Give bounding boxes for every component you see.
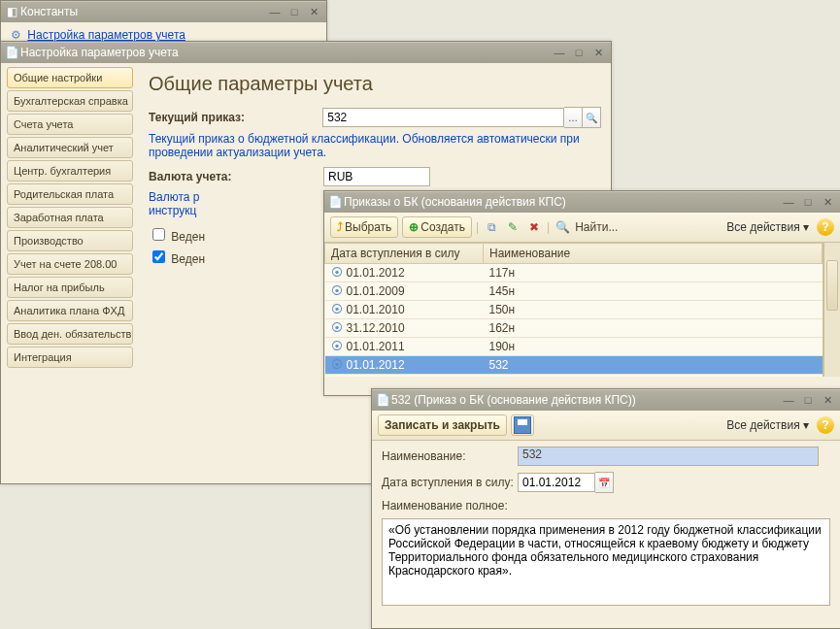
tab-integration[interactable]: Интеграция (7, 347, 133, 368)
currency-help-l1: Валюта р (149, 190, 199, 204)
tab-central[interactable]: Центр. бухгалтерия (7, 160, 133, 182)
tab-money-obl[interactable]: Ввод ден. обязательств (7, 323, 133, 345)
tab-salary[interactable]: Заработная плата (7, 207, 133, 228)
col-date[interactable]: Дата вступления в силу (325, 244, 484, 264)
help-icon[interactable]: ? (817, 416, 834, 434)
tab-accounting-ref[interactable]: Бухгалтерская справка (7, 90, 133, 112)
help-icon[interactable]: ? (817, 218, 834, 236)
row-date-cell: ⦿01.01.2012 (325, 375, 484, 378)
plus-icon: ⊕ (409, 220, 419, 234)
close-icon[interactable]: ✕ (819, 194, 836, 210)
constants-titlebar[interactable]: ◧ Константы — □ ✕ (1, 1, 326, 22)
tab-parent-fee[interactable]: Родительская плата (7, 183, 133, 205)
search-icon[interactable]: 🔍 (554, 218, 571, 236)
close-icon[interactable]: ✕ (589, 45, 607, 60)
table-row[interactable]: ⦿31.12.2010162н (325, 319, 823, 338)
row-date-cell: ⦿01.01.2009 (325, 282, 484, 301)
all-actions-label: Все действия (726, 220, 799, 234)
save-close-button[interactable]: Записать и закрыть (378, 414, 507, 436)
tab-analytical[interactable]: Аналитический учет (7, 137, 133, 158)
accounting-settings-link[interactable]: Настройка параметров учета (27, 28, 185, 42)
all-actions-menu[interactable]: Все действия ▾ (722, 416, 813, 434)
calendar-icon[interactable]: 📅 (595, 472, 614, 493)
create-button-label: Создать (420, 220, 465, 234)
delete-icon[interactable]: ✖ (525, 218, 543, 236)
tab-208[interactable]: Учет на счете 208.00 (7, 253, 133, 275)
settings-title: Настройка параметров учета (20, 46, 551, 59)
row-icon: ⦿ (331, 321, 343, 335)
row-name-cell: Проект приказа о БК на 2012 год (484, 375, 823, 378)
row-icon: ⦿ (331, 284, 343, 298)
col-name[interactable]: Наименование (484, 244, 823, 264)
orders-grid: Дата вступления в силу Наименование ⦿01.… (324, 243, 823, 377)
maximize-icon[interactable]: □ (570, 45, 588, 60)
minimize-icon[interactable]: — (780, 194, 797, 210)
row-name-cell: 117н (484, 264, 823, 282)
orders-scrollbar[interactable] (823, 243, 840, 377)
order-input[interactable] (322, 108, 564, 127)
tab-profit-tax[interactable]: Налог на прибыль (7, 277, 133, 298)
orders-title: Приказы о БК (основания действия КПС) (344, 195, 780, 209)
maximize-icon[interactable]: □ (799, 392, 817, 408)
table-row[interactable]: ⦿01.01.2012532 (325, 356, 823, 375)
maximize-icon[interactable]: □ (286, 4, 303, 19)
close-icon[interactable]: ✕ (305, 4, 322, 19)
window-icon: 📄 (328, 195, 342, 209)
currency-input[interactable] (323, 167, 430, 186)
detail-title: 532 (Приказ о БК (основание действия КПС… (391, 393, 780, 407)
row-name-cell: 532 (484, 356, 823, 375)
detail-body: Наименование: 532 Дата вступления в силу… (372, 441, 840, 614)
tab-accounts[interactable]: Счета учета (7, 114, 133, 135)
copy-icon[interactable]: ⧉ (483, 218, 500, 236)
row-name-cell: 145н (484, 282, 823, 301)
tab-general[interactable]: Общие настройки (7, 67, 133, 88)
close-icon[interactable]: ✕ (819, 392, 836, 408)
table-row[interactable]: ⦿01.01.2012117н (325, 264, 823, 282)
detail-toolbar: Записать и закрыть Все действия ▾ ? (372, 411, 840, 441)
orders-grid-area: Дата вступления в силу Наименование ⦿01.… (324, 243, 823, 377)
table-row[interactable]: ⦿01.01.2010150н (325, 301, 823, 319)
settings-tabs: Общие настройки Бухгалтерская справка Сч… (1, 63, 137, 374)
row-name-cell: 190н (484, 338, 823, 356)
create-button[interactable]: ⊕ Создать (402, 216, 472, 238)
detail-window: 📄 532 (Приказ о БК (основание действия К… (371, 388, 840, 629)
row-date-cell: ⦿31.12.2010 (325, 319, 484, 338)
name-input[interactable]: 532 (518, 447, 819, 466)
save-close-label: Записать и закрыть (385, 418, 500, 432)
row-date-cell: ⦿01.01.2010 (325, 301, 484, 319)
all-actions-label: Все действия (726, 418, 799, 432)
table-row[interactable]: ⦿01.01.2009145н (325, 282, 823, 301)
all-actions-menu[interactable]: Все действия ▾ (722, 218, 813, 236)
orders-titlebar[interactable]: 📄 Приказы о БК (основания действия КПС) … (324, 191, 840, 213)
tab-production[interactable]: Производство (7, 230, 133, 251)
row-name-cell: 150н (484, 301, 823, 319)
table-row[interactable]: ⦿01.01.2012Проект приказа о БК на 2012 г… (325, 375, 823, 378)
minimize-icon[interactable]: — (780, 392, 797, 408)
date-label: Дата вступления в силу: (382, 476, 518, 489)
orders-window: 📄 Приказы о БК (основания действия КПС) … (323, 190, 840, 396)
tab-fhd[interactable]: Аналитика плана ФХД (7, 300, 133, 321)
currency-help-l2: инструкц (149, 204, 197, 217)
find-button-label[interactable]: Найти... (575, 220, 618, 234)
window-icon: 📄 (376, 393, 389, 407)
minimize-icon[interactable]: — (551, 45, 568, 60)
maximize-icon[interactable]: □ (799, 194, 817, 210)
scrollbar-thumb[interactable] (826, 260, 838, 311)
minimize-icon[interactable]: — (266, 4, 284, 19)
order-ellipsis-button[interactable]: … (564, 107, 583, 128)
select-button[interactable]: ⤴ Выбрать (330, 216, 398, 238)
settings-heading: Общие параметры учета (149, 73, 601, 95)
detail-titlebar[interactable]: 📄 532 (Приказ о БК (основание действия К… (372, 389, 840, 411)
save-button[interactable] (511, 414, 534, 436)
fullname-memo[interactable] (382, 518, 830, 606)
date-input[interactable] (518, 473, 595, 492)
table-row[interactable]: ⦿01.01.2011190н (325, 338, 823, 356)
order-search-button[interactable]: 🔍 (583, 107, 601, 128)
chk1[interactable] (152, 228, 165, 241)
settings-titlebar[interactable]: 📄 Настройка параметров учета — □ ✕ (1, 42, 611, 63)
chk2[interactable] (152, 250, 165, 263)
name-label: Наименование: (382, 449, 518, 463)
row-icon: ⦿ (331, 340, 343, 353)
edit-icon[interactable]: ✎ (504, 218, 521, 236)
currency-label: Валюта учета: (149, 170, 323, 183)
